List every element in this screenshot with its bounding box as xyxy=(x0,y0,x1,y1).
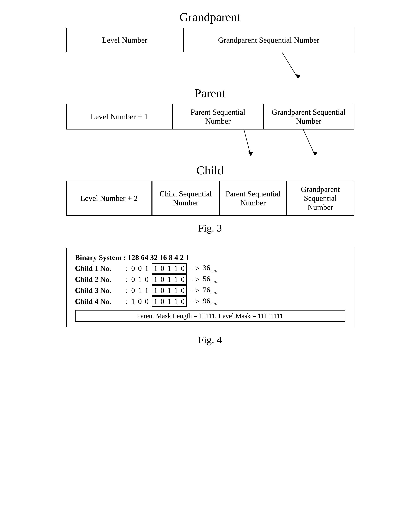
fig4-header: Binary System : 128 64 32 16 8 4 2 1 xyxy=(75,253,345,262)
grandparent-title: Grandparent xyxy=(180,10,240,24)
child-parent-seq-cell: Parent Sequential Number xyxy=(219,181,287,215)
parent-to-child-spacer xyxy=(66,129,354,163)
fig4-row-4: Child 4 No. : 1 0 0 1 0 1 1 0 --> 96hex xyxy=(75,296,345,307)
fig4-colon-3: : xyxy=(126,286,128,295)
fig4-boxed-3: 1 0 1 1 0 xyxy=(152,285,187,296)
grandparent-row: Level Number Grandparent Sequential Numb… xyxy=(66,28,354,52)
child-title: Child xyxy=(196,163,224,177)
fig4-row-1: Child 1 No. : 0 0 1 1 0 1 1 0 --> 36hex xyxy=(75,263,345,273)
fig4-child2-label: Child 2 No. xyxy=(75,275,122,284)
fig4-bits-1: 0 0 1 1 0 1 1 0 xyxy=(131,263,187,273)
parent-seq-label: Parent Sequential Number xyxy=(178,108,258,126)
fig4-colon-4: : xyxy=(126,297,128,306)
fig4-boxed-2: 1 0 1 1 0 xyxy=(152,274,187,285)
child-seq-label: Child Sequential Number xyxy=(158,189,214,207)
gp-to-parent-spacer xyxy=(66,52,354,86)
svg-marker-3 xyxy=(248,152,253,156)
grandparent-level-number-label: Level Number xyxy=(102,36,147,45)
parent-gp-seq-label: Grandparent Sequential Number xyxy=(269,108,348,126)
parent-gp-seq-cell: Grandparent Sequential Number xyxy=(263,104,353,129)
fig4-bits-2: 0 1 0 1 0 1 1 0 xyxy=(131,274,187,285)
child-row: Level Number + 2 Child Sequential Number… xyxy=(66,181,354,216)
b1-0: 0 xyxy=(131,264,135,273)
svg-line-4 xyxy=(303,129,315,156)
child-parent-seq-label: Parent Sequential Number xyxy=(225,189,281,207)
fig4-arrow-4: --> xyxy=(190,297,199,306)
fig4-bits-3: 0 1 1 1 0 1 1 0 xyxy=(131,285,187,296)
child-level-number-cell: Level Number + 2 xyxy=(67,181,152,215)
fig4-result-1: 36hex xyxy=(203,264,217,273)
b1-2: 1 xyxy=(145,264,149,273)
parent-level-number-label: Level Number + 1 xyxy=(91,112,148,121)
fig4-result-4: 96hex xyxy=(203,297,217,306)
fig3-label: Fig. 3 xyxy=(198,222,222,234)
fig4-colon-2: : xyxy=(126,275,128,284)
child-level-number-label: Level Number + 2 xyxy=(80,194,138,203)
fig4-boxed-4: 1 0 1 1 0 xyxy=(152,296,187,307)
fig4-child3-label: Child 3 No. xyxy=(75,286,122,295)
svg-marker-5 xyxy=(313,152,318,156)
fig4-colon-1: : xyxy=(126,264,128,273)
fig4-box: Binary System : 128 64 32 16 8 4 2 1 Chi… xyxy=(66,248,354,327)
fig4-child1-label: Child 1 No. xyxy=(75,264,122,273)
fig4-arrow-2: --> xyxy=(190,275,199,284)
svg-marker-1 xyxy=(296,74,301,79)
child-seq-cell: Child Sequential Number xyxy=(152,181,219,215)
fig4-bits-4: 1 0 0 1 0 1 1 0 xyxy=(131,296,187,307)
fig4-arrow-1: --> xyxy=(190,264,199,273)
fig4-row-2: Child 2 No. : 0 1 0 1 0 1 1 0 --> 56hex xyxy=(75,274,345,285)
grandparent-seq-label: Grandparent Sequential Number xyxy=(218,36,319,45)
parent-seq-cell: Parent Sequential Number xyxy=(173,104,263,129)
fig4-boxed-1: 1 0 1 1 0 xyxy=(152,263,187,273)
fig4-child4-label: Child 4 No. xyxy=(75,297,122,306)
parent-level-number-cell: Level Number + 1 xyxy=(67,104,173,129)
fig4-result-3: 76hex xyxy=(203,286,217,295)
parent-row: Level Number + 1 Parent Sequential Numbe… xyxy=(66,104,354,129)
parent-title: Parent xyxy=(195,86,226,100)
b1-1: 0 xyxy=(138,264,142,273)
fig4-label: Fig. 4 xyxy=(198,334,222,346)
fig4-mask-row: Parent Mask Length = 11111, Level Mask =… xyxy=(75,310,345,322)
fig4-result-2: 56hex xyxy=(203,274,217,284)
grandparent-seq-cell: Grandparent Sequential Number xyxy=(183,28,353,52)
child-gp-seq-cell: Grandparent Sequential Number xyxy=(287,181,353,215)
svg-line-0 xyxy=(282,52,298,79)
svg-line-2 xyxy=(244,129,251,156)
grandparent-level-number-cell: Level Number xyxy=(67,28,183,52)
fig4-row-3: Child 3 No. : 0 1 1 1 0 1 1 0 --> 76hex xyxy=(75,285,345,296)
fig4-arrow-3: --> xyxy=(190,286,199,295)
child-gp-seq-label: Grandparent Sequential Number xyxy=(292,185,348,212)
